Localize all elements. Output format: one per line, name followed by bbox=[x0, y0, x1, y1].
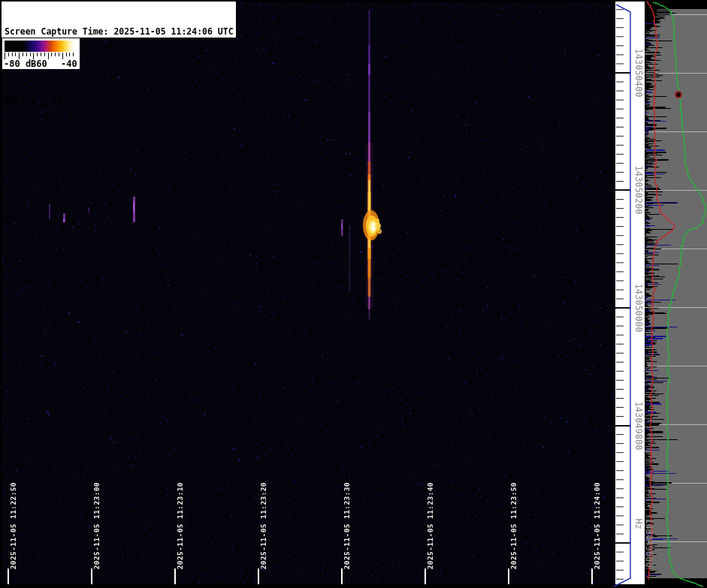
time-tick-label: 2025-11-05 11:23:20 bbox=[259, 482, 267, 569]
time-tick-label: 2025-11-05 11:23:50 bbox=[509, 482, 518, 569]
time-tick-label: 2025-11-05 11:22:50 bbox=[9, 482, 17, 569]
colorbar-gradient bbox=[5, 41, 77, 52]
time-tick-label: 2025-11-05 11:23:00 bbox=[92, 482, 101, 569]
time-tick-label: 2025-11-05 11:24:00 bbox=[593, 482, 601, 569]
spectrogram-app: Screen Capture Time: 2025-11-05 11:24:06… bbox=[0, 0, 707, 588]
time-tick bbox=[174, 568, 176, 584]
config-text: Config = V8 bbox=[5, 94, 236, 105]
time-tick bbox=[341, 568, 343, 584]
time-tick bbox=[508, 568, 509, 584]
info-box: Screen Capture Time: 2025-11-05 11:24:06… bbox=[2, 2, 236, 38]
time-tick-label: 2025-11-05 11:23:10 bbox=[176, 482, 184, 569]
time-tick-label: 2025-11-05 11:23:40 bbox=[426, 482, 434, 569]
frequency-tick-label: 143050200 bbox=[633, 165, 644, 214]
colorbar-tick-label: -60 bbox=[31, 59, 47, 69]
time-tick-label: 2025-11-05 11:23:30 bbox=[343, 482, 351, 569]
colorbar-tick-label: -40 bbox=[61, 59, 77, 69]
frequency-tick-label: 143050000 bbox=[633, 283, 644, 332]
time-tick bbox=[425, 568, 426, 584]
time-tick bbox=[591, 568, 593, 584]
frequency-tick-label: 143049800 bbox=[633, 401, 644, 450]
colorbar: -80 dB-60-40 bbox=[2, 38, 80, 69]
capture-time-text: Screen Capture Time: 2025-11-05 11:24:06… bbox=[5, 26, 236, 38]
time-tick bbox=[258, 568, 259, 584]
frequency-tick-label: 143050400 bbox=[633, 48, 644, 97]
frequency-tick-label: 143049600 Hz bbox=[633, 518, 654, 567]
time-tick bbox=[8, 568, 9, 584]
time-tick bbox=[91, 568, 92, 584]
